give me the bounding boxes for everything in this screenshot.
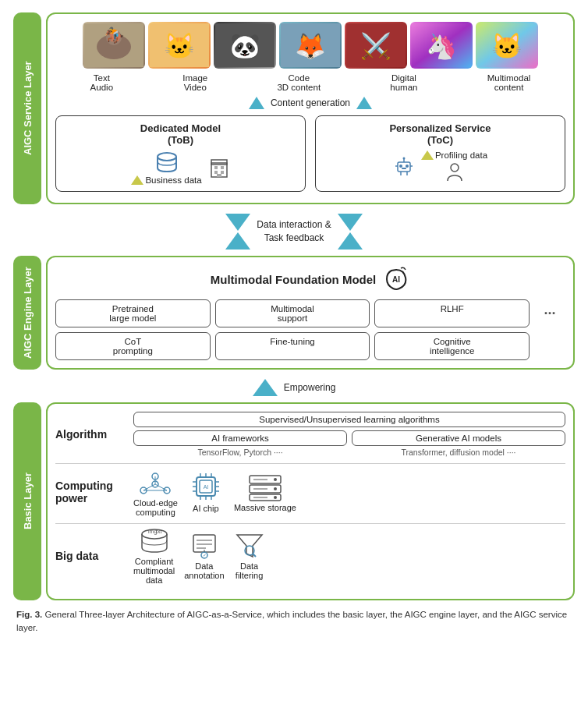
svg-text:🐱: 🐱 bbox=[491, 31, 522, 61]
computing-chip: AI AI chip bbox=[190, 471, 221, 513]
label-image: Image bbox=[182, 73, 207, 83]
db-icon bbox=[155, 150, 179, 174]
caption-text: General Three-layer Architecture of AIGC… bbox=[16, 610, 567, 632]
algorithm-title: Algorithm bbox=[55, 428, 126, 441]
ai-head-icon: AI bbox=[382, 265, 410, 293]
algo-mid-row: AI frameworks Generative AI models bbox=[133, 430, 565, 446]
arrow-up-empowering bbox=[253, 379, 278, 396]
engine-layer-label: AIGC Engine Layer bbox=[13, 256, 41, 370]
model-tob-title: Dedicated Model(ToB) bbox=[140, 122, 221, 146]
model-toc-data-label: Profiling data bbox=[435, 150, 487, 160]
algorithm-content: Supervised/Unsupervised learning algorit… bbox=[133, 412, 565, 457]
engine-grid: Pretrainedlarge model Multimodalsupport … bbox=[55, 299, 565, 360]
label-multimodal-content: Multimodal bbox=[487, 73, 531, 83]
bigdata-annotation-label: Dataannotation bbox=[184, 561, 224, 580]
label-digital-human: Digital human bbox=[390, 73, 417, 92]
building-icon bbox=[208, 157, 230, 179]
svg-text:AI: AI bbox=[392, 275, 400, 284]
bigdata-section: Big data img txt Compliantmultimodaldata bbox=[55, 527, 565, 585]
caption: Fig. 3. General Three-layer Architecture… bbox=[13, 608, 575, 635]
svg-rect-20 bbox=[221, 166, 224, 169]
computing-items: Cloud-edgecomputing bbox=[133, 467, 296, 517]
algo-mid-generative: Generative AI models bbox=[352, 430, 565, 446]
separator-1 bbox=[55, 463, 565, 464]
svg-text:✓: ✓ bbox=[202, 553, 206, 557]
image-warrior: ⚔️ bbox=[345, 22, 407, 69]
algo-bottom-row: TensorFlow, Pytorch ···· Transformer, di… bbox=[133, 448, 565, 457]
svg-text:txt: txt bbox=[156, 529, 161, 534]
arrow-up-left bbox=[249, 97, 264, 109]
bigdata-filtering-label: Datafiltering bbox=[236, 561, 263, 580]
diagram-container: AIGC Service Layer 🏇 🐱 🐼 🦊 ⚔️ bbox=[13, 12, 575, 635]
image-unicorn: 🦄 bbox=[410, 22, 473, 69]
algo-bottom-tensorflow: TensorFlow, Pytorch ···· bbox=[133, 448, 347, 457]
engine-layer-wrapper: AIGC Engine Layer Multimodal Foundation … bbox=[13, 256, 575, 370]
image-colorcat: 🐱 bbox=[476, 22, 538, 69]
bigdata-multimodal: img txt Compliantmultimodaldata bbox=[133, 527, 175, 585]
svg-point-26 bbox=[406, 165, 409, 168]
basic-layer-wrapper: Basic Layer Algorithm Supervised/Unsuper… bbox=[13, 402, 575, 600]
svg-rect-18 bbox=[211, 160, 227, 165]
grid-finetuning: Fine-tuning bbox=[215, 332, 370, 360]
image-horse: 🏇 bbox=[83, 22, 145, 69]
svg-text:⚔️: ⚔️ bbox=[360, 31, 391, 61]
svg-rect-21 bbox=[214, 171, 218, 174]
svg-rect-23 bbox=[217, 174, 221, 177]
grid-rlhf: RLHF bbox=[374, 299, 530, 327]
robot-icon bbox=[393, 156, 415, 178]
label-3d: 3D content bbox=[277, 83, 321, 92]
svg-text:AI: AI bbox=[204, 484, 209, 490]
service-layer-wrapper: AIGC Service Layer 🏇 🐱 🐼 🦊 ⚔️ bbox=[13, 12, 575, 204]
small-arrow-up-toc bbox=[421, 150, 434, 160]
label-video: Video bbox=[184, 83, 207, 92]
separator-2 bbox=[55, 523, 565, 524]
small-arrow-up-tob bbox=[131, 175, 143, 185]
bigdata-title: Big data bbox=[55, 550, 126, 562]
grid-dots-bottom bbox=[534, 332, 565, 360]
grid-cognitive: Cognitiveintelligence bbox=[374, 332, 530, 360]
annotation-icon: ✓ bbox=[189, 532, 220, 560]
foundation-title-text: Multimodal Foundation Model bbox=[211, 273, 376, 286]
svg-point-28 bbox=[402, 158, 405, 160]
data-interaction-label: Data interaction &Task feedback bbox=[257, 218, 331, 245]
computing-section: Computingpower bbox=[55, 467, 565, 517]
arrow-up-right bbox=[356, 97, 372, 109]
model-tob-data-label: Business data bbox=[145, 175, 201, 185]
label-multimodal: Multimodal content bbox=[487, 73, 531, 92]
computing-chip-label: AI chip bbox=[193, 504, 219, 513]
model-boxes: Dedicated Model(ToB) Business da bbox=[55, 115, 565, 192]
svg-point-64 bbox=[274, 496, 277, 499]
label-code: Code bbox=[289, 73, 310, 83]
engine-layer-content: Multimodal Foundation Model AI Pretraine… bbox=[46, 256, 575, 370]
content-gen-row: Content generation bbox=[55, 97, 565, 109]
label-digital: Digital bbox=[391, 73, 416, 83]
computing-title: Computingpower bbox=[55, 480, 126, 504]
arrow-up-mid-left bbox=[225, 232, 250, 250]
service-layer-label: AIGC Service Layer bbox=[13, 12, 41, 204]
basic-layer-label: Basic Layer bbox=[13, 402, 41, 600]
label-code-3d: Code 3D content bbox=[277, 73, 321, 92]
content-generation-label: Content generation bbox=[271, 97, 350, 108]
grid-cot: CoTprompting bbox=[55, 332, 211, 360]
multimodal-db-icon: img txt bbox=[139, 527, 170, 555]
svg-point-62 bbox=[274, 478, 277, 481]
svg-rect-22 bbox=[221, 171, 224, 174]
person-icon bbox=[444, 161, 466, 183]
grid-multimodal: Multimodalsupport bbox=[215, 299, 370, 327]
model-toc-title: Personalized Service(ToC) bbox=[389, 122, 491, 146]
computing-cloud: Cloud-edgecomputing bbox=[133, 467, 178, 517]
model-box-tob: Dedicated Model(ToB) Business da bbox=[55, 115, 306, 192]
storage-icon bbox=[246, 472, 285, 501]
bigdata-annotation: ✓ Dataannotation bbox=[184, 532, 224, 580]
svg-text:🦄: 🦄 bbox=[426, 31, 457, 61]
svg-text:🐱: 🐱 bbox=[164, 31, 195, 61]
bigdata-multimodal-label: Compliantmultimodaldata bbox=[133, 557, 175, 585]
bigdata-items: img txt Compliantmultimodaldata bbox=[133, 527, 265, 585]
basic-layer-content: Algorithm Supervised/Unsupervised learni… bbox=[46, 402, 575, 600]
svg-point-25 bbox=[399, 165, 402, 168]
chip-icon: AI bbox=[190, 471, 221, 502]
arrow-down-left bbox=[225, 214, 250, 231]
image-cat: 🐱 bbox=[148, 22, 211, 69]
computing-storage-label: Massive storage bbox=[234, 503, 296, 512]
bigdata-filtering: Datafiltering bbox=[234, 532, 265, 580]
